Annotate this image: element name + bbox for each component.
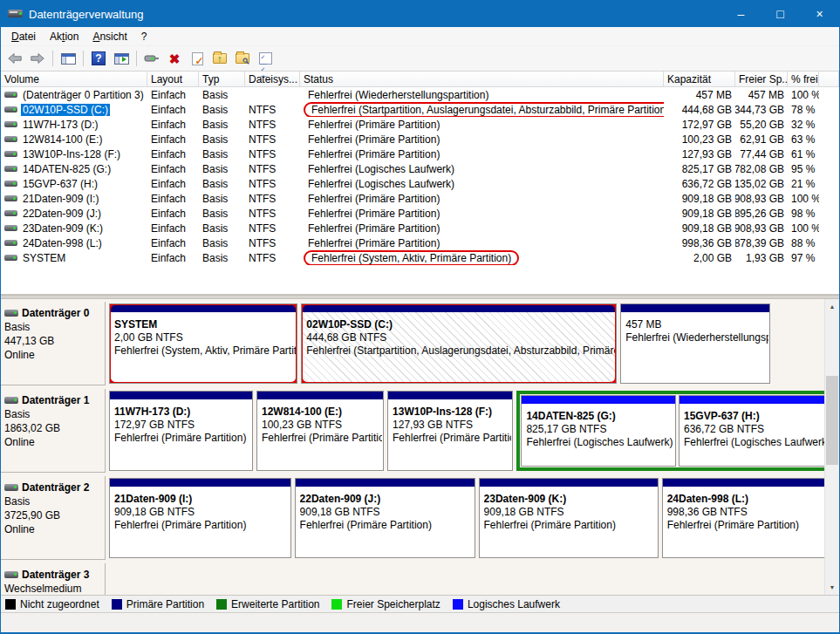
disk-row: Datenträger 1 Basis 1863,02 GB Online 11… [1, 389, 824, 473]
disk-row: Datenträger 0 Basis 447,13 GB Online SYS… [1, 302, 824, 385]
table-row[interactable]: 24Daten-998 (L:) Einfach Basis NTFS Fehl… [1, 235, 839, 250]
toolbar: ? ✖ ✓ ↑ ✓—✓— [1, 46, 839, 72]
minimize-button[interactable]: – [721, 1, 761, 27]
toolbar-separator [52, 51, 53, 66]
partition-size: 636,72 GB NTFS [684, 423, 824, 436]
table-row[interactable]: 11W7H-173 (D:) Einfach Basis NTFS Fehler… [1, 117, 839, 132]
partition-type-bar [296, 479, 475, 487]
volume-freier-speicher: 344,73 GB [735, 102, 788, 117]
volume-layout: Einfach [147, 102, 199, 117]
menu-item-aktion[interactable]: Aktion [43, 29, 85, 44]
volume-freier-speicher: 135,02 GB [735, 176, 788, 191]
scrollbar-thumb[interactable] [826, 376, 838, 465]
menu-item-datei[interactable]: Datei [4, 29, 43, 44]
table-row[interactable]: 15GVP-637 (H:) Einfach Basis NTFS Fehler… [1, 176, 839, 191]
volume-layout: Einfach [147, 87, 199, 102]
folder-up-icon[interactable]: ↑ [209, 48, 230, 69]
column-header-freier-speicher[interactable]: Freier Sp... [735, 72, 788, 86]
partition[interactable]: 15GVP-637 (H:) 636,72 GB NTFS Fehlerfrei… [679, 395, 824, 467]
table-row[interactable]: 14DATEN-825 (G:) Einfach Basis NTFS Fehl… [1, 161, 839, 176]
volume-name: 23Daten-909 (K:) [21, 222, 105, 235]
menu-item-ansicht[interactable]: Ansicht [85, 29, 133, 44]
forward-icon[interactable] [27, 48, 48, 69]
volume-layout: Einfach [147, 161, 199, 176]
legend-label: Nicht zugeordnet [20, 598, 99, 610]
partition[interactable]: 22Daten-909 (J:) 909,18 GB NTFS Fehlerfr… [295, 478, 475, 558]
back-icon[interactable] [4, 48, 25, 69]
partition-type-bar [110, 304, 297, 312]
column-header-typ[interactable]: Typ [199, 72, 245, 86]
disk-info-panel[interactable]: Datenträger 3 Wechselmedium [1, 563, 106, 595]
table-row[interactable]: 22Daten-909 (J:) Einfach Basis NTFS Fehl… [1, 206, 839, 221]
volume-icon [4, 210, 17, 216]
table-row[interactable]: SYSTEM Einfach Basis NTFS Fehlerfrei (Sy… [1, 250, 839, 265]
action-pane-icon[interactable] [111, 48, 132, 69]
partition[interactable]: 13W10P-Ins-128 (F:) 127,93 GB NTFS Fehle… [387, 391, 513, 471]
disk-state: Online [4, 348, 101, 362]
volume-status: Fehlerfrei (Primäre Partition) [304, 193, 444, 205]
partition[interactable]: 21Daten-909 (I:) 909,18 GB NTFS Fehlerfr… [109, 478, 291, 558]
column-header-layout[interactable]: Layout [147, 72, 199, 86]
volume-typ: Basis [199, 117, 245, 132]
partition-name: 13W10P-Ins-128 (F:) [393, 406, 511, 419]
column-header-volume[interactable]: Volume [1, 72, 147, 86]
partition-type-bar [388, 392, 512, 399]
device-icon[interactable] [141, 48, 162, 69]
disk-info-panel[interactable]: Datenträger 1 Basis 1863,02 GB Online [1, 389, 106, 473]
volume-icon [4, 255, 17, 261]
column-header-prozent-frei[interactable]: % frei [788, 72, 819, 86]
disk-info-panel[interactable]: Datenträger 2 Basis 3725,90 GB Online [1, 476, 106, 560]
scroll-down-icon[interactable]: ▼ [825, 580, 839, 595]
vertical-scrollbar[interactable]: ▲ ▼ [824, 299, 839, 595]
partition-size: 825,17 GB NTFS [526, 423, 674, 436]
folder-search-icon[interactable] [232, 48, 253, 69]
legend-label: Primäre Partition [126, 598, 204, 610]
volume-kapazitaet: 457 MB [664, 87, 735, 102]
delete-icon[interactable]: ✖ [164, 48, 185, 69]
partition[interactable]: 457 MB Fehlerfrei (Wiederherstellungspar… [620, 303, 770, 384]
partition[interactable]: 02W10P-SSD (C:) 444,68 GB NTFS Fehlerfre… [301, 303, 617, 384]
legend-label: Logisches Laufwerk [468, 598, 560, 610]
disk-state: Online [4, 435, 101, 449]
disk-info-panel[interactable]: Datenträger 0 Basis 447,13 GB Online [1, 302, 106, 385]
volume-typ: Basis [199, 206, 245, 221]
partition[interactable]: SYSTEM 2,00 GB NTFS Fehlerfrei (System, … [109, 303, 297, 384]
table-row[interactable]: (Datenträger 0 Partition 3) Einfach Basi… [1, 87, 839, 102]
column-header-kapazitaet[interactable]: Kapazität [664, 72, 735, 86]
check-document-icon[interactable]: ✓ [187, 48, 208, 69]
console-tree-icon[interactable] [58, 48, 79, 69]
column-header-dateisystem[interactable]: Dateisys... [245, 72, 300, 86]
partition[interactable]: 14DATEN-825 (G:) 825,17 GB NTFS Fehlerfr… [521, 395, 676, 467]
table-row[interactable]: 02W10P-SSD (C:) Einfach Basis NTFS Fehle… [1, 102, 839, 117]
partition[interactable]: 24Daten-998 (L:) 998,36 GB NTFS Fehlerfr… [662, 478, 824, 558]
volume-kapazitaet: 100,23 GB [664, 132, 735, 147]
table-row[interactable]: 23Daten-909 (K:) Einfach Basis NTFS Fehl… [1, 221, 839, 235]
partition-name: SYSTEM [114, 318, 296, 331]
disk-management-window: Datenträgerverwaltung – □ × DateiAktionA… [0, 0, 840, 634]
volume-status: Fehlerfrei (Primäre Partition) [304, 133, 444, 146]
volume-kapazitaet: 636,72 GB [664, 176, 735, 191]
volume-typ: Basis [199, 250, 245, 265]
menu-item-?[interactable]: ? [134, 29, 154, 44]
scroll-up-icon[interactable]: ▲ [825, 299, 839, 314]
partition[interactable]: 12W814-100 (E:) 100,23 GB NTFS Fehlerfre… [256, 391, 384, 471]
partition-status: Fehlerfrei (Primäre Partition) [484, 519, 657, 532]
volume-freier-speicher: 1,93 GB [735, 250, 788, 265]
maximize-button[interactable]: □ [761, 1, 800, 27]
table-row[interactable]: 21Daten-909 (I:) Einfach Basis NTFS Fehl… [1, 191, 839, 206]
table-row[interactable]: 13W10P-Ins-128 (F:) Einfach Basis NTFS F… [1, 147, 839, 161]
checklist-icon[interactable]: ✓—✓— [255, 48, 276, 69]
volume-layout: Einfach [147, 235, 199, 250]
volume-status: Fehlerfrei (Logisches Laufwerk) [304, 163, 459, 175]
volume-icon [4, 181, 17, 187]
partition-type-bar [480, 479, 658, 487]
table-row[interactable]: 12W814-100 (E:) Einfach Basis NTFS Fehle… [1, 132, 839, 147]
close-button[interactable]: × [800, 1, 839, 27]
volume-kapazitaet: 909,18 GB [664, 191, 735, 206]
help-icon[interactable]: ? [88, 48, 109, 69]
partition[interactable]: 23Daten-909 (K:) 909,18 GB NTFS Fehlerfr… [479, 478, 659, 558]
partition[interactable]: 11W7H-173 (D:) 172,97 GB NTFS Fehlerfrei… [109, 391, 253, 471]
partition-type-bar [257, 392, 383, 399]
column-header-status[interactable]: Status [300, 72, 664, 86]
volume-freier-speicher: 908,93 GB [735, 221, 788, 235]
